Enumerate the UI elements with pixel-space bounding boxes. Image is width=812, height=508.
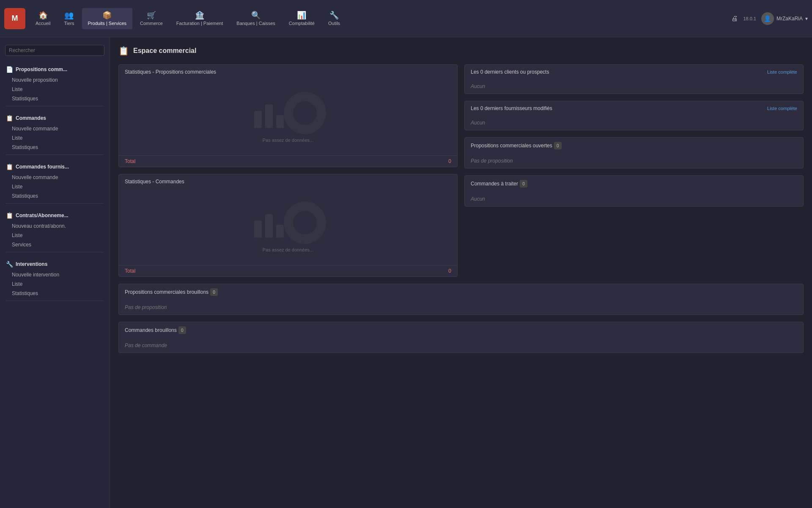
nav-label-comptabilite: Comptabilité <box>289 21 315 26</box>
chart-area-stats-commandes: Pas assez de données... <box>119 189 457 265</box>
badge-propositions-brouillons: 0 <box>210 288 218 296</box>
sidebar-section-header-contrats[interactable]: 📋Contrats/Abonneme... <box>0 210 110 221</box>
right-panels: Les 0 derniers clients ou prospects List… <box>464 64 804 277</box>
badge-commandes-traiter: 0 <box>520 180 527 188</box>
nav-item-commerce[interactable]: 🛒Commerce <box>134 8 169 29</box>
empty-text-propositions-ouvertes: Pas de proposition <box>471 158 513 164</box>
footer-label-stats-commandes: Total <box>125 268 135 274</box>
nav-icon-comptabilite: 📊 <box>297 11 306 19</box>
sidebar-link-contrats-0[interactable]: Nouveau contrat/abonn. <box>0 221 110 231</box>
right-card-propositions-ouvertes: Propositions commerciales ouvertes0 Pas … <box>464 137 804 168</box>
content-area: 📋 Espace commercial Statistiques - Propo… <box>110 37 812 508</box>
right-card-title-derniers-clients: Les 0 derniers clients ou prospects <box>471 69 549 75</box>
nav-icon-banques-caisses: 🔍 <box>251 11 261 19</box>
sidebar-section-header-commandes-fournis[interactable]: 📋Commandes fournis... <box>0 161 110 173</box>
right-card-link-derniers-fournisseurs[interactable]: Liste complète <box>767 106 797 111</box>
sidebar-section-header-propositions[interactable]: 📄Propositions comm... <box>0 64 110 75</box>
right-card-body-derniers-clients: Aucun <box>465 79 803 94</box>
sidebar-link-commandes-2[interactable]: Statistiques <box>0 143 110 152</box>
section-icon-interventions: 🔧 <box>6 261 13 268</box>
right-card-derniers-fournisseurs: Les 0 derniers fournisseurs modifiés Lis… <box>464 101 804 130</box>
section-label-propositions: Propositions comm... <box>16 66 67 72</box>
empty-text-propositions-brouillons: Pas de proposition <box>125 304 167 310</box>
sidebar-link-commandes-1[interactable]: Liste <box>0 133 110 143</box>
right-card-header-derniers-clients: Les 0 derniers clients ou prospects List… <box>465 65 803 79</box>
nav-icon-facturation-paiement: 🏦 <box>195 11 204 19</box>
chart-title-stats-commandes: Statistiques - Commandes <box>125 179 184 185</box>
section-label-commandes-fournis: Commandes fournis... <box>16 164 69 170</box>
bottom-card-body-propositions-brouillons: Pas de proposition <box>119 300 803 315</box>
sidebar-link-commandes-0[interactable]: Nouvelle commande <box>0 124 110 133</box>
nav-item-facturation-paiement[interactable]: 🏦Facturation | Paiement <box>170 8 229 29</box>
footer-value-stats-commandes: 0 <box>448 268 451 274</box>
right-card-title-commandes-traiter: Commandes à traiter0 <box>471 180 527 188</box>
section-icon-contrats: 📋 <box>6 212 13 219</box>
page-title: Espace commercial <box>133 47 196 55</box>
sidebar-section-header-commandes[interactable]: 📋Commandes <box>0 112 110 124</box>
sidebar-link-propositions-0[interactable]: Nouvelle proposition <box>0 75 110 85</box>
sidebar-divider-1 <box>6 155 104 155</box>
nav-item-produits-services[interactable]: 📦Produits | Services <box>82 8 133 29</box>
chart-placeholder-stats-commandes: Pas assez de données... <box>246 202 330 252</box>
right-card-derniers-clients: Les 0 derniers clients ou prospects List… <box>464 64 804 94</box>
sidebar-link-interventions-1[interactable]: Liste <box>0 279 110 289</box>
user-menu[interactable]: 👤 MrZaKaRiA ▾ <box>761 12 808 25</box>
sidebar: 📄Propositions comm...Nouvelle propositio… <box>0 37 110 508</box>
nav-label-accueil: Accueil <box>36 21 50 26</box>
section-label-contrats: Contrats/Abonneme... <box>16 213 69 218</box>
page-header: 📋 Espace commercial <box>118 46 804 56</box>
search-input[interactable] <box>5 45 104 56</box>
sidebar-link-propositions-1[interactable]: Liste <box>0 85 110 94</box>
bottom-cards: Propositions commerciales brouillons0 Pa… <box>118 284 804 353</box>
nav-icon-tiers: 👥 <box>64 11 74 19</box>
right-card-header-derniers-fournisseurs: Les 0 derniers fournisseurs modifiés Lis… <box>465 101 803 116</box>
nav-bar: 🏠Accueil👥Tiers📦Produits | Services🛒Comme… <box>30 8 731 29</box>
chart-area-stats-propositions: Pas assez de données... <box>119 79 457 155</box>
sidebar-divider-3 <box>6 252 104 252</box>
bottom-card-header-propositions-brouillons: Propositions commerciales brouillons0 <box>119 284 803 300</box>
section-icon-propositions: 📄 <box>6 66 13 73</box>
sidebar-divider-4 <box>6 301 104 301</box>
sidebar-section-header-interventions[interactable]: 🔧Interventions <box>0 258 110 270</box>
sidebar-link-contrats-2[interactable]: Services <box>0 240 110 249</box>
nav-item-outils[interactable]: 🔧Outils <box>322 8 346 29</box>
chart-footer-stats-propositions: Total 0 <box>119 155 457 167</box>
page-header-icon: 📋 <box>118 46 129 56</box>
empty-text-derniers-clients: Aucun <box>471 83 485 89</box>
nav-item-comptabilite[interactable]: 📊Comptabilité <box>283 8 321 29</box>
sidebar-link-contrats-1[interactable]: Liste <box>0 231 110 240</box>
sidebar-section-contrats: 📋Contrats/Abonneme...Nouveau contrat/abo… <box>0 208 110 257</box>
right-card-header-commandes-traiter: Commandes à traiter0 <box>465 176 803 192</box>
sidebar-section-interventions: 🔧InterventionsNouvelle interventionListe… <box>0 257 110 305</box>
print-icon[interactable]: 🖨 <box>731 15 738 22</box>
bottom-card-title-propositions-brouillons: Propositions commerciales brouillons0 <box>125 288 218 296</box>
chart-no-data-stats-commandes: Pas assez de données... <box>263 247 313 252</box>
right-card-body-derniers-fournisseurs: Aucun <box>465 116 803 130</box>
chart-footer-stats-commandes: Total 0 <box>119 265 457 276</box>
logo[interactable]: M <box>4 8 25 29</box>
nav-item-banques-caisses[interactable]: 🔍Banques | Caisses <box>230 8 281 29</box>
nav-icon-accueil: 🏠 <box>38 11 48 19</box>
right-card-commandes-traiter: Commandes à traiter0 Aucun <box>464 175 804 207</box>
chart-card-stats-commandes: Statistiques - Commandes Pas assez de do… <box>118 174 458 277</box>
sidebar-section-propositions: 📄Propositions comm...Nouvelle propositio… <box>0 62 110 110</box>
sidebar-link-interventions-0[interactable]: Nouvelle intervention <box>0 270 110 279</box>
nav-item-tiers[interactable]: 👥Tiers <box>58 8 80 29</box>
footer-value-stats-propositions: 0 <box>448 158 451 164</box>
sidebar-link-commandes-fournis-1[interactable]: Liste <box>0 182 110 191</box>
nav-item-accueil[interactable]: 🏠Accueil <box>30 8 56 29</box>
sidebar-link-propositions-2[interactable]: Statistiques <box>0 94 110 103</box>
badge-commandes-brouillons: 0 <box>178 326 186 334</box>
sidebar-divider-0 <box>6 106 104 106</box>
username-label: MrZaKaRiA <box>776 16 803 22</box>
sidebar-link-commandes-fournis-0[interactable]: Nouvelle commande <box>0 173 110 182</box>
right-card-link-derniers-clients[interactable]: Liste complète <box>767 69 797 75</box>
sidebar-link-interventions-2[interactable]: Statistiques <box>0 289 110 298</box>
bottom-card-body-commandes-brouillons: Pas de commande <box>119 338 803 353</box>
chart-card-header-stats-propositions: Statistiques - Propositions commerciales <box>119 65 457 79</box>
avatar: 👤 <box>761 12 774 25</box>
right-card-header-propositions-ouvertes: Propositions commerciales ouvertes0 <box>465 138 803 154</box>
chart-title-stats-propositions: Statistiques - Propositions commerciales <box>125 69 216 75</box>
sidebar-link-commandes-fournis-2[interactable]: Statistiques <box>0 191 110 201</box>
chart-placeholder-stats-propositions: Pas assez de données... <box>246 92 330 143</box>
